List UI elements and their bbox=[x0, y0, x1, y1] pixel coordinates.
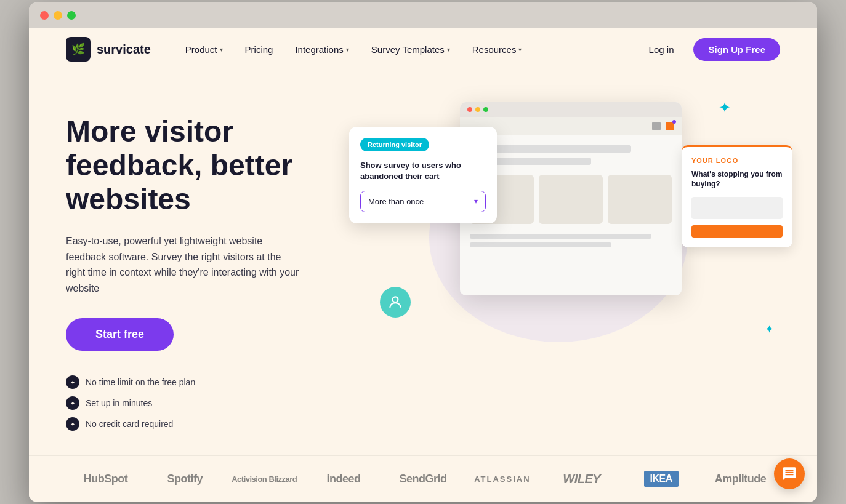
chevron-down-icon: ▾ bbox=[518, 46, 522, 53]
nav-right: Log in Sign Up Free bbox=[639, 38, 780, 61]
widget-logo: YOUR LOGO bbox=[691, 157, 783, 164]
hero-section: More visitor feedback, better websites E… bbox=[29, 71, 817, 456]
browser-titlebar bbox=[29, 2, 817, 28]
returning-badge: Returning visitor bbox=[360, 138, 429, 151]
perk-item-1: ✦ No time limit on the free plan bbox=[66, 375, 374, 389]
check-icon: ✦ bbox=[66, 375, 79, 389]
perk-text-2: Set up in minutes bbox=[86, 398, 152, 408]
mock-content-line bbox=[470, 242, 611, 247]
mock-close bbox=[467, 107, 472, 112]
survey-popup-question: Show survey to users who abandoned their… bbox=[360, 160, 486, 182]
logo-text: survicate bbox=[97, 42, 151, 57]
nav-item-resources[interactable]: Resources ▾ bbox=[462, 39, 532, 60]
nav-item-integrations[interactable]: Integrations ▾ bbox=[285, 39, 358, 60]
signup-button[interactable]: Sign Up Free bbox=[693, 38, 780, 61]
hero-title: More visitor feedback, better websites bbox=[66, 114, 374, 217]
brand-sendgrid: SendGrid bbox=[384, 473, 463, 486]
nav-item-survey-templates[interactable]: Survey Templates ▾ bbox=[361, 39, 460, 60]
mock-product-card bbox=[539, 175, 603, 224]
brand-activision: Activision Blizzard bbox=[225, 474, 304, 484]
hero-subtitle: Easy-to-use, powerful yet lightweight we… bbox=[66, 233, 300, 296]
mockup-titlebar bbox=[460, 102, 682, 117]
survey-widget-card: YOUR LOGO What's stopping you from buyin… bbox=[682, 145, 792, 248]
brand-atlassian: ATLASSIAN bbox=[462, 474, 542, 484]
nav-item-product[interactable]: Product ▾ bbox=[175, 39, 233, 60]
brand-spotify: Spotify bbox=[145, 473, 225, 486]
brand-wiley: WILEY bbox=[542, 472, 621, 486]
brand-ikea: IKEA bbox=[621, 471, 701, 487]
chevron-down-icon: ▾ bbox=[447, 46, 450, 53]
hero-illustration: ✦ bbox=[398, 96, 780, 354]
perk-text-3: No credit card required bbox=[86, 419, 173, 429]
mock-minimize bbox=[475, 107, 480, 112]
brand-indeed: indeed bbox=[304, 473, 384, 486]
survey-popup: Returning visitor Show survey to users w… bbox=[349, 127, 497, 223]
chevron-down-icon: ▾ bbox=[220, 46, 223, 53]
svg-point-0 bbox=[393, 297, 398, 302]
perk-text-1: No time limit on the free plan bbox=[86, 377, 195, 387]
mock-content-line bbox=[470, 234, 651, 239]
mock-maximize bbox=[483, 107, 488, 112]
logo[interactable]: 🌿 survicate bbox=[66, 37, 151, 62]
hero-content: More visitor feedback, better websites E… bbox=[66, 102, 374, 431]
sparkle-icon: ✦ bbox=[765, 322, 774, 336]
maximize-button[interactable] bbox=[67, 11, 76, 20]
chevron-down-icon: ▾ bbox=[346, 46, 349, 53]
widget-question: What's stopping you from buying? bbox=[691, 169, 783, 190]
brand-amplitude: Amplitude bbox=[701, 473, 780, 486]
minimize-button[interactable] bbox=[54, 11, 62, 20]
search-icon bbox=[652, 122, 661, 130]
cart-icon bbox=[666, 122, 674, 130]
brand-hubspot: HubSpot bbox=[66, 473, 145, 486]
more-than-once-dropdown[interactable]: More than once ▾ bbox=[360, 191, 486, 212]
logo-icon: 🌿 bbox=[66, 37, 91, 62]
check-icon: ✦ bbox=[66, 417, 79, 431]
dropdown-label: More than once bbox=[368, 197, 424, 206]
perk-item-2: ✦ Set up in minutes bbox=[66, 396, 374, 410]
chevron-down-icon: ▾ bbox=[474, 197, 478, 206]
nav-links: Product ▾ Pricing Integrations ▾ Survey … bbox=[175, 39, 639, 60]
perks-list: ✦ No time limit on the free plan ✦ Set u… bbox=[66, 375, 374, 431]
check-icon: ✦ bbox=[66, 396, 79, 410]
widget-textarea bbox=[691, 197, 783, 219]
sparkle-icon: ✦ bbox=[719, 99, 731, 116]
mock-product-card bbox=[608, 175, 672, 224]
login-button[interactable]: Log in bbox=[639, 39, 684, 60]
avatar bbox=[380, 287, 411, 318]
perk-item-3: ✦ No credit card required bbox=[66, 417, 374, 431]
navbar: 🌿 survicate Product ▾ Pricing Integratio… bbox=[29, 28, 817, 71]
brands-bar: HubSpot Spotify Activision Blizzard inde… bbox=[29, 455, 817, 502]
widget-submit-button bbox=[691, 225, 783, 238]
start-free-button[interactable]: Start free bbox=[66, 318, 174, 351]
nav-item-pricing[interactable]: Pricing bbox=[235, 39, 283, 60]
close-button[interactable] bbox=[40, 11, 49, 20]
